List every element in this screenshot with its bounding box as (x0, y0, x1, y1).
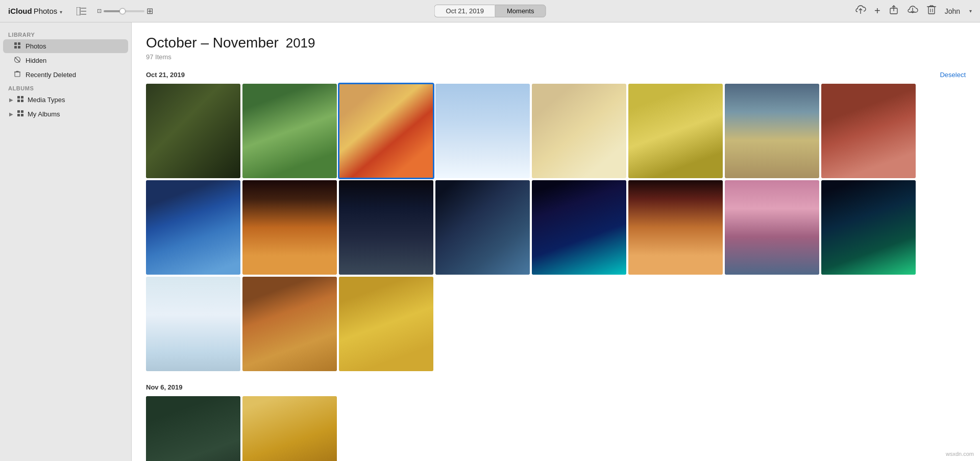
photo-thumb[interactable] (339, 180, 433, 275)
sidebar-item-recently-deleted[interactable]: Recently Deleted (3, 68, 128, 82)
my-albums-label: My Albums (28, 110, 60, 118)
photo-thumb[interactable] (242, 396, 337, 461)
sidebar-photos-label: Photos (26, 42, 46, 50)
svg-rect-9 (928, 7, 935, 14)
svg-rect-29 (21, 100, 23, 102)
nav-tabs: Oct 21, 2019 Moments (434, 5, 546, 17)
upload-icloud-icon[interactable] (855, 5, 866, 17)
svg-rect-32 (17, 114, 20, 116)
sidebar-group-media-types[interactable]: ▶ Media Types (3, 93, 128, 107)
photo-thumb[interactable] (242, 84, 337, 178)
photo-thumb[interactable] (628, 180, 723, 275)
svg-rect-28 (17, 100, 20, 102)
photo-thumb[interactable] (146, 277, 240, 371)
sidebar-group-my-albums[interactable]: ▶ My Albums (3, 107, 128, 121)
photo-thumb[interactable] (821, 84, 916, 178)
photo-thumb[interactable] (725, 180, 819, 275)
photo-thumb[interactable] (339, 277, 433, 371)
svg-rect-26 (17, 96, 20, 99)
photo-grid-nov6 (146, 396, 966, 461)
photo-thumb[interactable] (146, 396, 240, 461)
download-icon[interactable] (907, 5, 918, 17)
svg-rect-21 (15, 72, 20, 77)
deselect-button[interactable]: Deselect (940, 71, 966, 79)
photos-icon (13, 42, 21, 51)
brand-photos: Photos (34, 7, 58, 15)
add-icon[interactable]: + (874, 5, 880, 17)
sidebar: Library Photos Hidden (0, 22, 132, 461)
photo-thumb[interactable] (242, 277, 337, 371)
section-header-nov6: Nov 6, 2019 (146, 383, 966, 391)
photo-thumb[interactable] (242, 180, 337, 275)
svg-rect-30 (17, 110, 20, 113)
brand-icloud: iCloud (8, 7, 32, 15)
share-icon[interactable] (889, 5, 899, 17)
my-albums-arrow-icon: ▶ (9, 111, 13, 117)
zoom-large-icon: ⊞ (146, 6, 153, 16)
content-area: October – November 2019 97 Items Oct 21,… (132, 22, 980, 461)
svg-rect-27 (21, 96, 23, 99)
photo-thumb[interactable] (532, 84, 626, 178)
content-header: October – November 2019 97 Items (146, 35, 966, 61)
tab-photos[interactable]: Oct 21, 2019 (434, 5, 495, 17)
photo-thumb[interactable] (532, 180, 626, 275)
hidden-icon (13, 56, 21, 65)
svg-rect-0 (77, 7, 80, 15)
page-title: October – November 2019 (146, 35, 966, 51)
sidebar-item-photos[interactable]: Photos (3, 39, 128, 53)
photo-thumb[interactable] (435, 180, 530, 275)
photo-thumb[interactable] (821, 180, 916, 275)
topbar-actions: + (855, 4, 972, 18)
tab-moments[interactable]: Moments (495, 5, 546, 17)
topbar: iCloud Photos ▾ ⊡ ⊞ Oct 21, 2019 Moments (0, 0, 980, 22)
trash-icon[interactable] (926, 4, 937, 18)
main-layout: Library Photos Hidden (0, 22, 980, 461)
my-albums-icon (16, 110, 24, 118)
sidebar-item-hidden[interactable]: Hidden (3, 54, 128, 67)
brand-chevron-icon[interactable]: ▾ (60, 9, 62, 15)
sidebar-recently-deleted-label: Recently Deleted (26, 71, 76, 79)
photo-thumb[interactable] (725, 84, 819, 178)
photo-thumb[interactable] (628, 84, 723, 178)
svg-rect-31 (21, 110, 23, 113)
photo-section-oct21: Oct 21, 2019 Deselect (146, 71, 966, 371)
watermark: wsxdn.com (946, 451, 974, 457)
items-count: 97 Items (146, 53, 966, 61)
photo-thumb[interactable] (146, 84, 240, 178)
svg-rect-15 (14, 42, 17, 45)
albums-label: Albums (0, 82, 131, 92)
brand: iCloud Photos ▾ (8, 7, 62, 15)
photo-section-nov6: Nov 6, 2019 (146, 383, 966, 461)
media-types-icon (16, 95, 24, 104)
user-chevron-icon[interactable]: ▾ (969, 8, 972, 14)
svg-rect-17 (14, 46, 17, 48)
photo-thumb[interactable] (146, 180, 240, 275)
photo-thumb[interactable] (435, 84, 530, 178)
library-label: Library (0, 29, 131, 39)
svg-rect-16 (18, 42, 20, 45)
media-types-label: Media Types (28, 96, 65, 104)
photo-grid-oct21 (146, 84, 966, 371)
zoom-controls: ⊡ ⊞ (97, 6, 153, 16)
user-name[interactable]: John (945, 7, 960, 15)
photo-thumb[interactable] (339, 84, 433, 178)
media-types-arrow-icon: ▶ (9, 97, 13, 103)
sidebar-hidden-label: Hidden (26, 57, 46, 64)
svg-rect-18 (18, 46, 20, 48)
recently-deleted-icon (13, 70, 21, 79)
section-date-nov6: Nov 6, 2019 (146, 383, 183, 391)
section-header-oct21: Oct 21, 2019 Deselect (146, 71, 966, 79)
zoom-slider[interactable] (104, 10, 144, 12)
sidebar-toggle-button[interactable] (77, 7, 87, 15)
section-date-oct21: Oct 21, 2019 (146, 71, 185, 79)
svg-rect-33 (21, 114, 23, 116)
zoom-small-icon: ⊡ (97, 8, 102, 14)
